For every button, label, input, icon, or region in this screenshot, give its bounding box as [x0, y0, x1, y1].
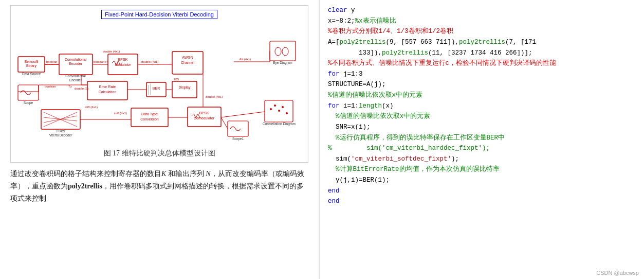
code-line-14: % sim('cm_viterbi_harddec_fixpt'); [328, 143, 636, 154]
svg-point-47 [286, 112, 288, 114]
code-line-4: A=[poly2trellis(9, [557 663 711]),poly2t… [328, 37, 636, 48]
svg-text:Scope1: Scope1 [232, 137, 244, 141]
svg-point-44 [274, 104, 276, 107]
left-panel: Fixed-Point Hard-Decision Viterbi Decodi… [0, 0, 319, 279]
svg-text:Bernoulli: Bernoulli [24, 60, 39, 63]
diagram-title: Fixed-Point Hard-Decision Viterbi Decodi… [101, 10, 217, 19]
svg-text:BPSK: BPSK [199, 111, 209, 115]
svg-text:Convolutional: Convolutional [65, 58, 87, 61]
code-line-6: %不同卷积方式、信噪比情况下重复运行c，检验不同情况下硬判决译码的性能 [328, 58, 636, 69]
svg-text:boolean: boolean [45, 85, 56, 88]
svg-text:double (4x1): double (4x1) [141, 60, 158, 63]
svg-text:Display: Display [179, 85, 191, 90]
svg-text:Conversion: Conversion [140, 117, 159, 121]
svg-text:Constellation Diagram: Constellation Diagram [263, 122, 296, 126]
diagram-container: Fixed-Point Hard-Decision Viterbi Decodi… [10, 5, 308, 163]
svg-line-80 [221, 117, 228, 129]
svg-rect-29 [18, 85, 39, 100]
svg-text:boolean: boolean [46, 60, 57, 63]
body-text: 通过改变卷积码的格子结构来控制寄存器的数目K 和输出序列 N，从而改变编码率（或… [10, 168, 308, 204]
svg-text:Encoder: Encoder [69, 62, 83, 65]
code-line-7: for j=1:3 [328, 69, 636, 80]
watermark: CSDN @abcwsp [596, 270, 639, 276]
svg-text:Calculation: Calculation [99, 90, 117, 94]
svg-text:Binary: Binary [26, 64, 36, 68]
svg-text:Convolutional: Convolutional [65, 74, 86, 78]
svg-rect-67 [228, 121, 248, 136]
svg-text:Scope: Scope [24, 101, 33, 105]
svg-text:Data Type: Data Type [141, 112, 158, 116]
code-line-3: %卷积方式分别取1/4、1/3卷积和1/2卷积 [328, 26, 636, 37]
diagram-caption: 图 17 维特比硬判决总体模型设计图 [104, 149, 215, 158]
code-line-5: 133]),poly2trellis(11, [3237 1734 416 26… [328, 48, 636, 59]
svg-text:785: 785 [174, 78, 179, 81]
svg-point-46 [282, 106, 284, 108]
code-block: clear y x=−8:2;%x表示信噪比 %卷积方式分别取1/4、1/3卷积… [328, 5, 636, 274]
code-line-19: end [328, 196, 636, 207]
svg-text:Eye Diagram: Eye Diagram [273, 61, 292, 65]
code-line-12: SNR=x(i); [328, 122, 636, 133]
svg-text:Demodulator: Demodulator [194, 116, 215, 120]
svg-text:AWGN: AWGN [182, 56, 193, 59]
code-line-9: %信道的信噪比依次取x中的元素 [328, 90, 636, 101]
svg-text:Encoder: Encoder [69, 78, 82, 82]
svg-text:Modulator: Modulator [115, 63, 131, 66]
code-line-13: %运行仿真程序，得到的误比特率保存在工作区变量BER中 [328, 133, 636, 144]
svg-text:double (3): double (3) [75, 87, 88, 90]
svg-text:int8 (4x1): int8 (4x1) [114, 112, 127, 115]
svg-line-81 [221, 112, 265, 117]
code-line-2: x=−8:2;%x表示信噪比 [328, 16, 636, 27]
svg-text:BPSK: BPSK [118, 58, 128, 61]
svg-text:Channel: Channel [181, 61, 195, 64]
svg-rect-39 [172, 81, 197, 98]
svg-text:int8 (4x1): int8 (4x1) [85, 106, 98, 109]
svg-text:Fixed: Fixed [57, 129, 65, 133]
svg-point-45 [278, 110, 280, 112]
svg-text:dbl (4x1): dbl (4x1) [239, 58, 251, 61]
code-line-16: %计算BitErrorRate的均值，作为本次仿真的误比特率 [328, 164, 636, 175]
svg-text:double (4x1): double (4x1) [103, 50, 120, 53]
svg-text:double (4x1): double (4x1) [206, 95, 223, 98]
svg-text:Error Rate: Error Rate [99, 85, 116, 89]
code-line-8: STRUCTURE=A(j); [328, 79, 636, 90]
svg-text:Viterbi Decoder: Viterbi Decoder [49, 133, 73, 137]
code-line-11: %信道的信噪比依次取x中的元素 [328, 111, 636, 122]
code-line-18: end [328, 186, 636, 197]
svg-text:BER: BER [153, 86, 160, 90]
svg-text:Tx: Tx [68, 85, 72, 88]
svg-rect-17 [270, 41, 296, 61]
code-line-17: y(j,i)=BER(1); [328, 175, 636, 186]
diagram-svg: .block { fill: white; stroke: #cc0000; s… [13, 23, 306, 147]
code-line-1: clear y [328, 5, 636, 16]
code-line-15: sim('cm_viterbi_softdec_fixpt'); [328, 154, 636, 165]
right-panel: clear y x=−8:2;%x表示信噪比 %卷积方式分别取1/4、1/3卷积… [319, 0, 644, 279]
svg-point-43 [270, 108, 272, 110]
code-line-10: for i=1:length(x) [328, 101, 636, 112]
svg-text:Data Source: Data Source [22, 72, 41, 76]
